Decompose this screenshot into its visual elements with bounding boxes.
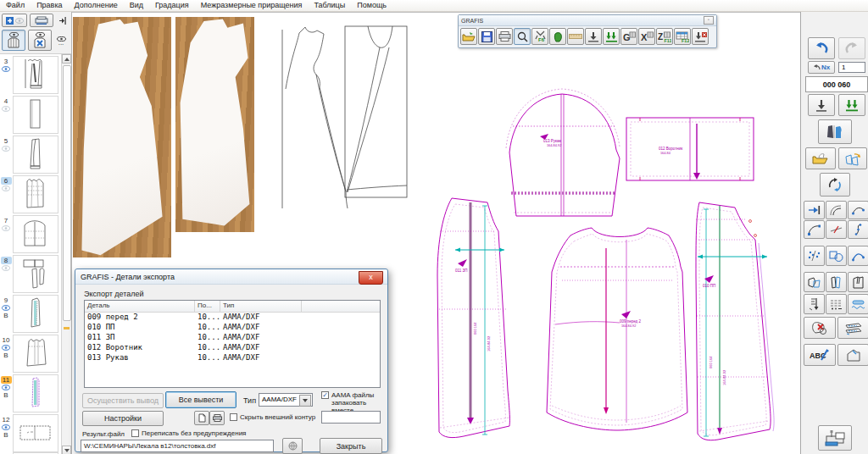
piece-mirror-tool[interactable] [826, 272, 847, 292]
export-pieces-list[interactable]: Деталь По... Тип 009 перед 210...AAMA/DX… [84, 300, 381, 388]
copy-button[interactable] [194, 411, 209, 425]
grab-button[interactable] [549, 28, 566, 45]
menu-edit[interactable]: Правка [31, 0, 68, 11]
zoom-button[interactable] [514, 28, 531, 45]
call-piece-button[interactable] [808, 94, 835, 116]
piece-thumb-8[interactable]: 8 [0, 255, 59, 291]
measure-f6-button[interactable]: F6 [531, 28, 548, 45]
drawing-canvas[interactable]: 013 Рукав 164-84-92 012 Воротник 164-84 [72, 12, 800, 454]
menu-tables[interactable]: Таблицы [308, 0, 351, 11]
list-row[interactable]: 012 Воротник10...AAMA/DXF [85, 343, 380, 353]
arc-tool[interactable] [804, 220, 825, 239]
list-header[interactable]: Деталь По... Тип [85, 301, 380, 313]
close-dialog-button[interactable]: Закрыть [320, 438, 382, 454]
ruler-button[interactable] [567, 28, 584, 45]
piece-extract-tool[interactable] [804, 272, 825, 292]
shapes-tool[interactable] [826, 246, 847, 266]
plot-button[interactable] [818, 425, 852, 451]
result-path-field[interactable]: W:\СЕМИНАРЫ\Лекала в12\толстовка.dxf [81, 440, 274, 452]
align-point-tool[interactable] [804, 201, 825, 219]
points-tool[interactable] [804, 246, 825, 266]
annotate-piece-tool[interactable] [837, 344, 868, 366]
toolbar-dock-button[interactable]: ▫ [704, 16, 714, 25]
scroll-up-button[interactable] [62, 54, 71, 64]
text-tool[interactable]: ABC [804, 344, 836, 366]
repeat-nx-button[interactable]: Nx [808, 61, 835, 74]
piece-thumb-5[interactable]: 5 [0, 136, 59, 172]
piece-dart-tool[interactable] [848, 272, 868, 292]
list-row[interactable]: 010 ПП10...AAMA/DXF [85, 323, 380, 333]
execute-export-button[interactable]: Осуществить вывод [82, 393, 164, 408]
size-display[interactable]: 000 060 [805, 76, 868, 92]
z-table-f11-button[interactable]: ZF11 [656, 28, 673, 45]
undo-button[interactable] [808, 37, 835, 59]
piece-manager-button[interactable] [818, 119, 852, 144]
export-close-button[interactable] [692, 28, 709, 45]
piece-sleeve[interactable]: 013 Рукав 164-84-92 [506, 89, 620, 216]
menu-view[interactable]: Вид [124, 0, 149, 11]
save-button[interactable] [478, 28, 495, 45]
dialog-titlebar[interactable]: GRAFIS - Детали экспорта [75, 269, 387, 285]
redo-button[interactable] [838, 37, 865, 59]
plot-pieces-button[interactable] [30, 14, 53, 27]
spline-tool[interactable] [848, 220, 868, 239]
digitized-outline[interactable] [282, 26, 407, 208]
line-edit-tool[interactable] [826, 220, 847, 239]
piece-thumb-7[interactable]: 7 [0, 215, 59, 252]
seam-style-tool[interactable] [848, 294, 868, 314]
add-piece-button[interactable] [2, 14, 27, 27]
dialog-close-icon[interactable]: x [359, 271, 383, 285]
print-list-button[interactable] [209, 411, 225, 425]
scroll-down-button[interactable] [62, 446, 71, 454]
browse-button[interactable] [282, 438, 303, 454]
piece-right-panel[interactable]: 010 ПП 060 164 164-84-92 [696, 202, 774, 440]
menu-file[interactable]: Файл [0, 0, 31, 11]
list-row[interactable]: 013 Рукав10...AAMA/DXF [85, 353, 380, 363]
scrollbar-thumb[interactable] [63, 65, 71, 321]
hide-outline-checkbox[interactable]: Скрыть внешний контур [230, 413, 315, 421]
open-file-button[interactable] [460, 28, 477, 45]
hide-pieces-button[interactable] [28, 30, 52, 51]
open-model-button[interactable] [805, 147, 836, 169]
settings-button[interactable]: Настройки [82, 411, 164, 426]
delete-piece-tool[interactable] [804, 317, 836, 339]
overwrite-checkbox[interactable]: Переписать без предупреждения [131, 429, 246, 437]
curve-tool[interactable] [848, 201, 868, 219]
piece-thumb-4[interactable]: 4 [0, 96, 59, 132]
col-detail[interactable]: Деталь [85, 301, 195, 312]
menu-intersize[interactable]: Межразмерные приращения [195, 0, 309, 11]
dropdown-arrow-button[interactable] [299, 395, 311, 407]
parallel-curve-tool[interactable] [826, 201, 847, 219]
list-row[interactable]: 011 ЗП10...AAMA/DXF [85, 333, 380, 343]
visibility-options-button[interactable]: ... [53, 30, 69, 51]
menu-help[interactable]: Помощь [351, 0, 392, 11]
list-row[interactable]: 009 перед 210...AAMA/DXF [85, 313, 380, 323]
piece-thumb-9[interactable]: 9 В [0, 295, 59, 331]
measure-list-tool[interactable] [804, 294, 825, 314]
x-table-button[interactable]: X [638, 28, 655, 45]
menu-grading[interactable]: Градация [149, 0, 195, 11]
nx-count-input[interactable]: 1 [838, 62, 865, 73]
export-one-button[interactable] [585, 28, 602, 45]
piece-collar[interactable]: 012 Воротник 164-84 [626, 118, 754, 180]
grafis-export-toolbar[interactable]: GRAFIS ▫ F6 G X ZF11 F12 [458, 14, 717, 48]
menu-addon[interactable]: Дополнение [69, 0, 124, 11]
type-dropdown[interactable]: AAMA/DXF [259, 393, 313, 407]
copy-piece-button[interactable] [838, 147, 867, 169]
table-f12-button[interactable]: F12 [674, 28, 691, 45]
piece-thumb-12[interactable]: 12 В [0, 414, 59, 451]
toolbar-titlebar[interactable]: GRAFIS ▫ [459, 15, 716, 26]
extra-field[interactable] [321, 411, 381, 424]
piece-front[interactable]: 009 перед 2 164-84-92 [547, 228, 687, 430]
thumbnail-scrollbar[interactable] [61, 54, 71, 454]
print-button[interactable] [496, 28, 513, 45]
piece-thumb-3[interactable]: 3 [0, 56, 59, 92]
export-details-dialog[interactable]: GRAFIS - Детали экспорта x Экспорт детал… [75, 269, 388, 452]
export-all-button[interactable]: Все вывести [165, 391, 236, 408]
collapse-sidebar-button[interactable] [56, 14, 69, 27]
piece-thumb-10[interactable]: 10 В [0, 335, 59, 371]
call-all-pieces-button[interactable] [838, 94, 865, 116]
stack-pieces-tool[interactable] [837, 317, 868, 339]
g-table-button[interactable]: G [620, 28, 637, 45]
col-po[interactable]: По... [195, 301, 220, 312]
